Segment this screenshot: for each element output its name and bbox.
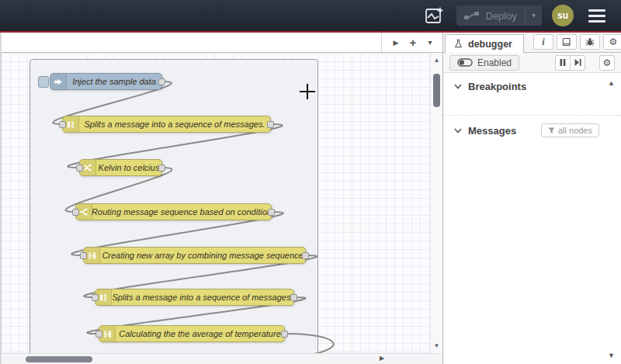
- node-change[interactable]: Kelvin to celcius: [79, 159, 162, 176]
- debugger-settings-button[interactable]: ⚙: [599, 55, 615, 71]
- input-port[interactable]: [72, 209, 79, 216]
- messages-title: Messages: [468, 125, 516, 137]
- output-port[interactable]: [302, 252, 309, 259]
- debugger-enabled-toggle[interactable]: Enabled: [449, 55, 519, 71]
- add-flow-button[interactable]: +: [405, 35, 421, 50]
- main-menu-button[interactable]: [584, 6, 610, 26]
- node-label: Creating new array by combining message …: [100, 248, 305, 263]
- enabled-label: Enabled: [477, 57, 512, 68]
- filter-label: all nodes: [558, 126, 592, 135]
- help-tab-button[interactable]: [557, 34, 577, 50]
- output-port[interactable]: [158, 78, 165, 85]
- deploy-options-caret[interactable]: ▾: [525, 8, 542, 23]
- output-port[interactable]: [281, 331, 288, 338]
- scroll-down-icon[interactable]: ▼: [608, 352, 615, 359]
- vertical-scroll-thumb[interactable]: [433, 74, 440, 107]
- message-filter-button[interactable]: all nodes: [541, 123, 599, 137]
- output-port[interactable]: [267, 121, 274, 128]
- node-label: Kelvin to celcius: [96, 160, 161, 175]
- node-split[interactable]: Splits a message into a sequence of mess…: [95, 289, 294, 306]
- node-label: Splits a message into a sequence of mess…: [79, 116, 270, 132]
- workspace: ▶ + ▾: [0, 33, 442, 364]
- node-join[interactable]: Creating new array by combining message …: [83, 247, 306, 264]
- flow-assistant-button[interactable]: [423, 4, 446, 27]
- breakpoints-title: Breakpoints: [468, 81, 526, 92]
- input-port[interactable]: [59, 121, 66, 128]
- chevron-down-icon: [454, 128, 462, 133]
- toggle-icon: [457, 57, 473, 68]
- sidebar-tab-bar: debugger i: [443, 33, 621, 53]
- filter-icon: [548, 127, 555, 134]
- flow-list-button[interactable]: ▾: [422, 35, 438, 50]
- scroll-right-icon[interactable]: ▶: [380, 355, 384, 362]
- node-red-app: Deploy ▾ su ▶ + ▾: [0, 0, 621, 364]
- node-label: Routing message sequence based on condit…: [92, 204, 271, 220]
- bug-icon: [585, 37, 595, 47]
- debug-tab-button[interactable]: [580, 34, 600, 50]
- book-icon: [562, 37, 571, 47]
- tab-scroll-right-button[interactable]: ▶: [388, 35, 404, 50]
- input-port[interactable]: [76, 165, 83, 172]
- flow-tab-bar: ▶ + ▾: [2, 33, 442, 53]
- sidebar-tab-tools: i ⚙: [533, 34, 621, 50]
- input-port[interactable]: [80, 252, 87, 259]
- header-bar: Deploy ▾ su: [0, 0, 621, 31]
- inject-arrow-icon: [50, 74, 67, 89]
- flow-sparkle-icon: [425, 5, 445, 26]
- pause-button[interactable]: [555, 55, 571, 71]
- scroll-up-icon[interactable]: ▲: [431, 57, 442, 64]
- hamburger-icon: [588, 9, 605, 12]
- node-label: Inject the sample data: [67, 74, 161, 89]
- input-port[interactable]: [95, 331, 102, 338]
- messages-section-header[interactable]: Messages all nodes: [443, 116, 621, 143]
- flow-canvas[interactable]: Inject the sample data Splits a message …: [2, 53, 442, 353]
- node-label: Splits a message into a sequence of mess…: [112, 289, 293, 305]
- pause-icon: [560, 59, 566, 66]
- step-button[interactable]: [570, 55, 585, 71]
- output-port[interactable]: [158, 165, 165, 172]
- scroll-up-icon[interactable]: ▲: [608, 79, 615, 87]
- deploy-label: Deploy: [486, 10, 517, 22]
- node-label: Calculating the the average of temperatu…: [116, 326, 284, 341]
- breakpoints-section-header[interactable]: Breakpoints: [443, 73, 621, 98]
- info-tab-button[interactable]: i: [533, 34, 553, 50]
- breakpoints-empty-list: [443, 98, 621, 116]
- node-split[interactable]: Splits a message into a sequence of mess…: [62, 116, 271, 133]
- node-join[interactable]: Calculating the the average of temperatu…: [99, 325, 285, 342]
- user-avatar[interactable]: su: [552, 5, 574, 26]
- tab-debugger[interactable]: debugger: [445, 34, 524, 53]
- canvas-vertical-scrollbar[interactable]: ▲ ▼: [430, 53, 442, 353]
- step-forward-icon: [574, 59, 581, 66]
- input-port[interactable]: [92, 294, 99, 301]
- node-inject[interactable]: Inject the sample data: [50, 73, 162, 90]
- settings-tab-button[interactable]: ⚙: [603, 34, 621, 50]
- node-switch[interactable]: Routing message sequence based on condit…: [75, 203, 272, 220]
- debugger-toolbar: Enabled ⚙: [443, 53, 621, 73]
- canvas-horizontal-scrollbar[interactable]: ▶: [2, 353, 442, 364]
- scroll-down-icon[interactable]: ▼: [431, 342, 442, 349]
- deploy-button[interactable]: Deploy ▾: [456, 5, 543, 26]
- horizontal-scroll-thumb[interactable]: [26, 356, 92, 362]
- output-port[interactable]: [268, 209, 275, 216]
- tab-debugger-label: debugger: [468, 39, 512, 50]
- tabbar-tools: ▶ + ▾: [381, 33, 442, 52]
- flask-icon: [453, 39, 463, 49]
- deploy-node-icon: [464, 11, 480, 20]
- sidebar: debugger i: [442, 33, 621, 364]
- output-port[interactable]: [290, 294, 297, 301]
- chevron-down-icon: [454, 84, 462, 89]
- debugger-panel: Breakpoints Messages all nodes ▲ ▼: [443, 73, 621, 364]
- inject-trigger-button[interactable]: [38, 76, 49, 88]
